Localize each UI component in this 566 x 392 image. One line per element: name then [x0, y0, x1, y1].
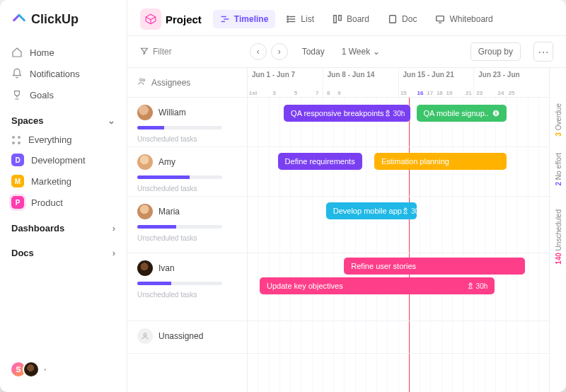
alert-icon: [492, 110, 499, 117]
lane-header-amy[interactable]: Amy Unscheduled tasks: [127, 147, 247, 197]
view-doc[interactable]: Doc: [381, 10, 424, 28]
unscheduled-label: Unscheduled tasks: [137, 135, 237, 143]
more-button[interactable]: ⋯: [533, 42, 553, 62]
chevron-down-icon: ⌄: [373, 47, 380, 57]
board-icon: [333, 14, 342, 24]
timeline-icon: [220, 14, 230, 24]
project-name: Project: [166, 13, 202, 25]
capacity-bar: [137, 225, 222, 229]
summary-badge[interactable]: 2 No effort: [555, 153, 562, 186]
nav-home-label: Home: [30, 47, 54, 58]
view-label: List: [301, 14, 314, 24]
space-badge: P: [11, 196, 24, 209]
view-list[interactable]: List: [279, 10, 321, 28]
dashboards-section-header[interactable]: Dashboards ›: [0, 213, 127, 238]
task-label: Estimation planning: [381, 157, 449, 166]
unassigned-icon: [137, 328, 153, 344]
unscheduled-label: Unscheduled tasks: [137, 291, 237, 299]
view-board[interactable]: Board: [325, 10, 376, 28]
unscheduled-label: Unscheduled tasks: [137, 234, 237, 242]
task-label: QA responsive breakpoints: [291, 109, 383, 117]
space-marketing[interactable]: M Marketing: [0, 171, 127, 192]
brand-logo[interactable]: ClickUp: [0, 10, 127, 42]
assignee-column-header[interactable]: Assignees: [127, 68, 247, 98]
range-dropdown[interactable]: 1 Week ⌄: [342, 47, 380, 57]
assignee-name: William: [158, 108, 186, 117]
space-everything-label: Everything: [28, 134, 71, 145]
task-bar[interactable]: Estimation planning: [374, 153, 507, 170]
capacity-bar: [137, 282, 222, 285]
presence-bar[interactable]: S •: [0, 354, 127, 385]
bell-icon: [11, 68, 23, 79]
spaces-section-label: Spaces: [11, 115, 44, 126]
task-bar[interactable]: QA responsive breakpoints30h: [284, 105, 410, 122]
assignee-name: Maria: [158, 207, 180, 217]
lane-header-unassigned[interactable]: Unassigned: [127, 321, 247, 354]
view-whiteboard[interactable]: Whiteboard: [428, 10, 499, 28]
week-column: Jun 8 - Jun 1489: [323, 68, 398, 98]
nav-goals-label: Goals: [30, 90, 54, 100]
nav-notifications[interactable]: Notifications: [0, 63, 127, 84]
view-timeline[interactable]: Timeline: [213, 10, 275, 28]
assignee-name: Unassigned: [158, 331, 203, 341]
timeline: Assignees William Unscheduled tasks Amy …: [127, 68, 566, 392]
summary-badge[interactable]: 140 Unscheduled: [555, 209, 562, 265]
summary-badge[interactable]: 3 Overdue: [555, 103, 562, 137]
svg-rect-19: [496, 114, 497, 115]
list-icon: [287, 14, 296, 24]
grid-icon: [11, 135, 21, 145]
nav-notifications-label: Notifications: [30, 69, 80, 79]
space-everything[interactable]: Everything: [0, 130, 127, 149]
avatar: [137, 260, 153, 276]
nav-goals[interactable]: Goals: [0, 84, 127, 105]
task-bar[interactable]: Define requirements: [278, 153, 362, 170]
timeline-grid: Jun 1 - Jun 71st357Jun 8 - Jun 1489Jun 1…: [248, 68, 549, 392]
assignee-column-title: Assignees: [151, 78, 190, 88]
lane-header-ivan[interactable]: Ivan Unscheduled tasks: [127, 253, 247, 321]
task-bar[interactable]: QA mobile signup..: [417, 105, 507, 122]
space-label: Marketing: [31, 176, 71, 187]
app-window: ClickUp Home Notifications Goals Spaces …: [0, 0, 566, 392]
filter-button[interactable]: Filter: [140, 47, 172, 57]
next-button[interactable]: ›: [271, 43, 288, 60]
space-badge: D: [11, 154, 24, 166]
space-product[interactable]: P Product: [0, 192, 127, 213]
space-badge: M: [11, 175, 24, 188]
topbar: Project Timeline List Board Doc Whiteboa…: [127, 0, 566, 36]
today-button[interactable]: Today: [302, 47, 325, 57]
view-label: Doc: [402, 14, 417, 24]
lane-header-william[interactable]: William Unscheduled tasks: [127, 98, 247, 147]
timeline-lane: Develop mobile app30h: [248, 197, 549, 253]
view-label: Timeline: [234, 14, 268, 24]
docs-label: Docs: [11, 248, 34, 258]
chevron-right-icon: ›: [112, 223, 115, 234]
groupby-button[interactable]: Group by: [470, 42, 521, 61]
task-bar[interactable]: Develop mobile app30h: [326, 202, 417, 219]
lane-header-maria[interactable]: Maria Unscheduled tasks: [127, 197, 247, 253]
assignee-name: Ivan: [158, 263, 175, 273]
task-label: QA mobile signup..: [424, 109, 489, 117]
timeline-lane: QA responsive breakpoints30hQA mobile si…: [248, 98, 549, 147]
timeline-lane: Refine user storiesUpdate key objectives…: [248, 253, 549, 321]
space-label: Development: [31, 155, 86, 166]
docs-section-header[interactable]: Docs ›: [0, 238, 127, 263]
range-label: 1 Week: [342, 47, 370, 57]
assignee-name: Amy: [158, 157, 175, 167]
task-bar[interactable]: Refine user stories: [344, 258, 525, 275]
spaces-section-header[interactable]: Spaces ⌄: [0, 105, 127, 130]
presence-more-icon: •: [44, 366, 47, 374]
prev-button[interactable]: ‹: [250, 43, 267, 60]
space-development[interactable]: D Development: [0, 149, 127, 171]
task-label: Define requirements: [285, 157, 355, 166]
svg-rect-9: [334, 16, 337, 23]
chevron-down-icon: ⌄: [108, 115, 115, 126]
timer-icon: 30h: [402, 207, 417, 215]
filter-icon: [140, 47, 149, 57]
nav-home[interactable]: Home: [0, 42, 127, 63]
capacity-bar: [137, 126, 222, 129]
date-nav: ‹ ›: [250, 43, 288, 60]
task-bar[interactable]: Update key objectives30h: [260, 277, 495, 294]
svg-point-15: [143, 79, 145, 81]
filter-label: Filter: [153, 47, 172, 57]
timer-icon: 30h: [384, 110, 405, 117]
